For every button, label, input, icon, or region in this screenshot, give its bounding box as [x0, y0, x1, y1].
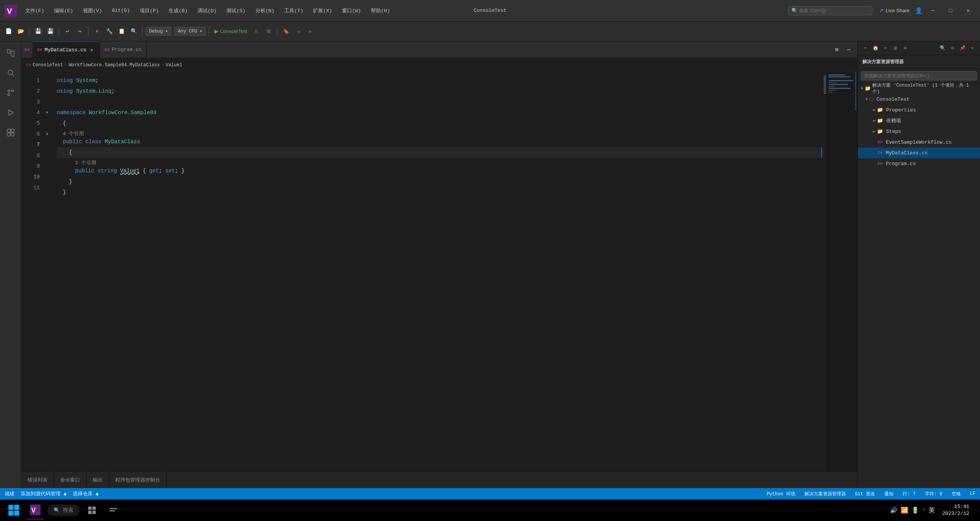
menu-extensions[interactable]: 扩展(X) — [308, 6, 336, 16]
sol-btn-5[interactable]: ⊕ — [901, 44, 910, 53]
sol-pin-btn[interactable]: 📌 — [958, 44, 967, 53]
menu-help[interactable]: 帮助(H) — [366, 6, 394, 16]
sol-btn-4[interactable]: ▥ — [891, 44, 900, 53]
live-share-button[interactable]: ↗ Live Share — [875, 6, 913, 15]
time-display[interactable]: 15:41 2023/2/12 — [942, 503, 969, 517]
run-button[interactable]: ▶ ConsoleTest — [212, 27, 250, 36]
close-button[interactable]: ✕ — [959, 0, 977, 21]
sol-search-btn[interactable]: 🔍 — [938, 44, 947, 53]
activity-extensions[interactable] — [2, 124, 19, 141]
editor-content: 1 2 3 4 5 6 7 8 9 10 11 — [21, 72, 857, 471]
sol-btn-3[interactable]: ↩ — [881, 44, 890, 53]
status-spaces[interactable]: 空格 — [950, 491, 962, 497]
tree-properties[interactable]: ▶ 📁 Properties — [858, 105, 980, 115]
code-editor[interactable]: using System; using System.Linq; namespa… — [54, 72, 822, 471]
menu-analyze[interactable]: 分析(N) — [251, 6, 279, 16]
status-git-changes[interactable]: Git 更改 — [854, 491, 877, 497]
taskbar-vs-icon[interactable]: V — [26, 501, 44, 519]
activity-explorer[interactable] — [2, 44, 19, 61]
pause-btn[interactable]: ⏸ — [251, 26, 262, 37]
folder-icon-steps: 📁 — [877, 128, 883, 134]
vertical-scrollbar[interactable] — [822, 72, 827, 471]
debug-config-dropdown[interactable]: Debug ▾ — [146, 27, 171, 36]
nav-forward-btn[interactable]: ▶ — [305, 26, 316, 37]
breadcrumb-filename[interactable]: ConsoleTest — [33, 62, 63, 68]
add-to-source-btn[interactable]: 添加到源代码管理 ▲ — [21, 490, 67, 497]
toolbar-btn-1[interactable]: ⚡ — [92, 26, 102, 37]
sol-btn-2[interactable]: 🏠 — [871, 44, 880, 53]
status-solution-exp[interactable]: 解决方案资源管理器 — [803, 491, 847, 497]
tray-icon-2[interactable]: 📶 — [901, 506, 908, 514]
sol-settings-btn[interactable]: ⚙ — [948, 44, 957, 53]
redo-btn[interactable]: ↪ — [74, 26, 85, 37]
tab-close-mydataclass[interactable]: ✕ — [89, 47, 95, 53]
title-search[interactable]: 🔍 — [788, 6, 872, 15]
solution-search-input[interactable] — [861, 71, 977, 80]
breadcrumb-namespace[interactable]: WorkflowCore.Sample04.MyDataClass — [69, 62, 160, 68]
sol-btn-1[interactable]: ⬅ — [861, 44, 870, 53]
activity-git[interactable] — [2, 84, 19, 101]
menu-build[interactable]: 生成(B) — [164, 6, 192, 16]
menu-tools[interactable]: 工具(T) — [280, 6, 308, 16]
minimize-button[interactable]: ─ — [924, 0, 942, 21]
search-input[interactable] — [799, 8, 860, 13]
toolbar-btn-2[interactable]: 🔧 — [104, 26, 115, 37]
status-line-ending[interactable]: LF — [969, 491, 977, 496]
tab-program[interactable]: C# Program.cs — [100, 41, 147, 58]
stop-btn[interactable]: ⏹ — [263, 26, 274, 37]
tab-mydataclass[interactable]: C# MyDataClass.cs ✕ — [33, 41, 100, 58]
status-col[interactable]: 字符: 6 — [923, 491, 944, 497]
split-editor-btn[interactable]: ⊞ — [831, 44, 842, 55]
tray-icon-3[interactable]: 🔋 — [911, 506, 919, 514]
status-row[interactable]: 行: 7 — [901, 491, 917, 497]
bottom-tab-package[interactable]: 程序包管理器控制台 — [109, 472, 167, 488]
bottom-tab-command[interactable]: 命令窗口 — [54, 472, 87, 488]
menu-debug[interactable]: 调试(D) — [193, 6, 221, 16]
status-notifications[interactable]: 通知 — [883, 491, 895, 497]
taskbar-search[interactable]: 🔍 搜索 — [48, 505, 80, 516]
menu-edit[interactable]: 编辑(E) — [49, 6, 77, 16]
save-btn[interactable]: 💾 — [33, 26, 43, 37]
tree-steps[interactable]: ▶ 📁 Steps — [858, 126, 980, 137]
status-python[interactable]: Python 环境 — [765, 491, 796, 497]
project-consoltest[interactable]: ▼ ⬡ ConsoleTest — [858, 94, 980, 105]
tray-icon-1[interactable]: 🔊 — [890, 506, 898, 514]
tray-show-hidden[interactable]: ^ — [922, 507, 925, 513]
menu-file[interactable]: 文件(F) — [21, 6, 49, 16]
sol-close-btn[interactable]: ✕ — [968, 44, 977, 53]
bottom-tab-output[interactable]: 输出 — [87, 472, 109, 488]
bottom-tab-errors[interactable]: 错误列表 — [21, 472, 54, 488]
tray-lang[interactable]: 英 — [929, 506, 935, 514]
select-repo-btn[interactable]: 选择仓库 ▲ — [73, 490, 99, 497]
new-project-btn[interactable]: 📄 — [3, 26, 14, 37]
save-all-btn[interactable]: 💾 — [45, 26, 56, 37]
open-btn[interactable]: 📂 — [15, 26, 26, 37]
taskbar-task-view[interactable] — [83, 501, 101, 519]
fold-6[interactable]: ▼ — [46, 129, 54, 139]
tree-eventsample[interactable]: C# EventSampleWorkflow.cs — [858, 137, 980, 147]
nav-back-btn[interactable]: ◀ — [293, 26, 303, 37]
menu-window[interactable]: 窗口(W) — [338, 6, 365, 16]
toolbar-btn-4[interactable]: 🔍 — [128, 26, 139, 37]
tree-program[interactable]: C# Program.cs — [858, 158, 980, 169]
start-button[interactable] — [5, 501, 23, 519]
taskbar-widgets[interactable] — [104, 501, 123, 519]
fold-4[interactable]: ▼ — [46, 107, 54, 118]
tree-mydataclass[interactable]: C# MyDataClass.cs — [858, 147, 980, 158]
more-tabs-btn[interactable]: ⋯ — [844, 44, 854, 55]
breadcrumb-member[interactable]: Value1 — [166, 62, 182, 68]
menu-git[interactable]: Git(G) — [107, 6, 134, 15]
account-icon[interactable]: 👤 — [913, 5, 924, 16]
activity-debug[interactable] — [2, 104, 19, 121]
menu-project[interactable]: 项目(P) — [135, 6, 163, 16]
bookmark-btn[interactable]: 🔖 — [280, 26, 291, 37]
toolbar-btn-3[interactable]: 📋 — [116, 26, 127, 37]
tree-dependencies[interactable]: ▶ 📁 依赖项 — [858, 115, 980, 126]
platform-dropdown[interactable]: Any CPU ▾ — [174, 27, 206, 36]
menu-view[interactable]: 视图(V) — [79, 6, 107, 16]
activity-search[interactable] — [2, 64, 19, 81]
restore-button[interactable]: □ — [942, 0, 959, 21]
undo-btn[interactable]: ↩ — [62, 26, 73, 37]
menu-test[interactable]: 测试(S) — [222, 6, 250, 16]
solution-root[interactable]: ▼ 📁 解决方案 'ConsoleTest' (1 个项目，共 1 个) — [858, 83, 980, 94]
